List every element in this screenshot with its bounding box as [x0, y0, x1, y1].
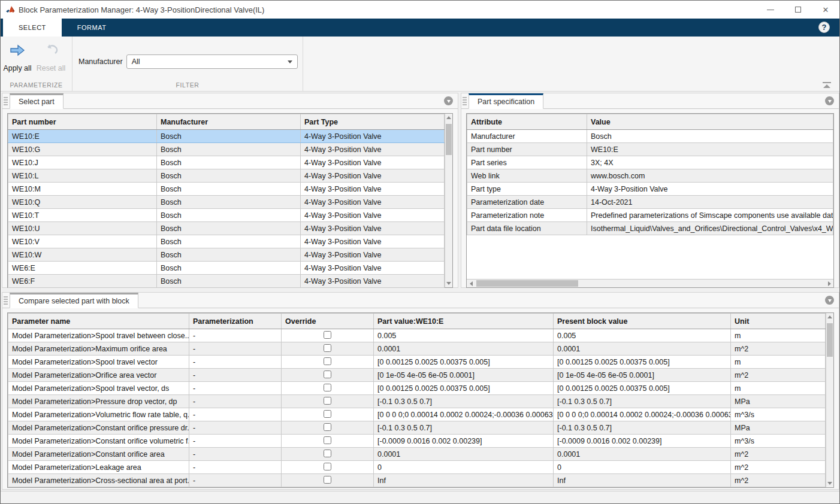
minimize-button[interactable] [757, 1, 784, 19]
parameter-name-cell: Model Parameterization>Spool travel vect… [8, 356, 189, 369]
compare-row[interactable]: Model Parameterization>Spool travel vect… [8, 356, 826, 369]
compare-row[interactable]: Model Parameterization>Leakage area - 0 … [8, 461, 826, 474]
compare-row[interactable]: Model Parameterization>Constant orifice … [8, 448, 826, 461]
spec-row[interactable]: Part series 3X; 4X [467, 156, 833, 169]
part-row[interactable]: WE10:G Bosch 4-Way 3-Position Valve [8, 143, 445, 156]
override-checkbox[interactable] [324, 331, 331, 339]
override-checkbox[interactable] [324, 384, 331, 391]
apply-all-icon [8, 42, 26, 60]
override-checkbox[interactable] [324, 463, 331, 470]
tab-part-specification[interactable]: Part specification [469, 93, 543, 109]
part-number-cell: WE10:Q [8, 196, 157, 209]
column-header[interactable]: Part Type [301, 114, 445, 130]
override-checkbox[interactable] [324, 397, 331, 405]
part-row[interactable]: WE10:M Bosch 4-Way 3-Position Valve [8, 183, 445, 196]
compare-row[interactable]: Model Parameterization>Volumetric flow r… [8, 408, 826, 421]
override-checkbox[interactable] [324, 371, 331, 378]
part-value-cell: [0 0.00125 0.0025 0.00375 0.005] [374, 356, 554, 369]
part-row[interactable]: WE6:F Bosch 4-Way 3-Position Valve [8, 275, 445, 288]
spec-row[interactable]: Part type 4-Way 3-Position Valve [467, 183, 833, 196]
column-header[interactable]: Parameter name [8, 314, 189, 329]
compare-row[interactable]: Model Parameterization>Constant orifice … [8, 421, 826, 435]
part-row[interactable]: WE10:Q Bosch 4-Way 3-Position Valve [8, 196, 445, 209]
compare-row[interactable]: Model Parameterization>Constant orifice … [8, 435, 826, 448]
close-button[interactable]: ✕ [812, 1, 839, 19]
column-header[interactable]: Attribute [467, 114, 587, 130]
scroll-down-icon[interactable] [826, 479, 833, 487]
compare-row[interactable]: Model Parameterization>Orifice area vect… [8, 369, 826, 382]
part-row[interactable]: WE10:E Bosch 4-Way 3-Position Valve [8, 130, 445, 143]
part-row[interactable]: WE10:T Bosch 4-Way 3-Position Valve [8, 209, 445, 222]
scroll-left-icon[interactable] [467, 280, 475, 287]
part-value-cell: [-0.1 0.3 0.5 0.7] [374, 421, 554, 435]
maximize-button[interactable] [784, 1, 812, 19]
override-checkbox[interactable] [324, 476, 331, 484]
override-checkbox[interactable] [324, 410, 331, 418]
column-header[interactable]: Present block value [554, 314, 731, 329]
select-part-collapse-button[interactable] [444, 96, 453, 105]
manufacturer-dropdown[interactable]: All [126, 54, 298, 69]
compare-row[interactable]: Model Parameterization>Spool travel betw… [8, 329, 826, 342]
compare-row[interactable]: Model Parameterization>Cross-sectional a… [8, 474, 826, 487]
override-cell [282, 461, 374, 474]
scrollbar-thumb[interactable] [827, 323, 833, 357]
unit-cell: m^2 [731, 369, 826, 382]
tab-compare[interactable]: Compare selected part with block [10, 293, 138, 308]
collapse-toolstrip-button[interactable] [823, 82, 831, 89]
part-specification-hscrollbar[interactable] [467, 279, 833, 287]
compare-row[interactable]: Model Parameterization>Spool travel vect… [8, 382, 826, 395]
part-number-cell: WE10:W [8, 248, 157, 262]
tab-format[interactable]: FORMAT [62, 19, 122, 37]
override-checkbox[interactable] [324, 423, 331, 431]
part-row[interactable]: WE10:U Bosch 4-Way 3-Position Valve [8, 222, 445, 235]
spec-row[interactable]: Web link www.bosch.com [467, 169, 833, 183]
column-header[interactable]: Override [282, 314, 374, 329]
attribute-cell: Part number [467, 143, 587, 156]
spec-row[interactable]: Parameterization date 14-Oct-2021 [467, 196, 833, 209]
override-checkbox[interactable] [324, 357, 331, 365]
override-checkbox[interactable] [324, 450, 331, 457]
part-row[interactable]: WE10:L Bosch 4-Way 3-Position Valve [8, 169, 445, 183]
scroll-down-icon[interactable] [445, 280, 452, 287]
apply-all-button[interactable]: Apply all [1, 37, 34, 72]
part-row[interactable]: WE10:V Bosch 4-Way 3-Position Valve [8, 235, 445, 248]
scroll-up-icon[interactable] [826, 313, 833, 321]
compare-vscrollbar[interactable] [826, 313, 833, 487]
parameter-name-cell: Model Parameterization>Pressure drop vec… [8, 395, 189, 408]
column-header[interactable]: Value [587, 114, 833, 130]
block-parameterization-manager-window: Block Parameterization Manager: 4-Way 3-… [0, 0, 840, 504]
compare-row[interactable]: Model Parameterization>Pressure drop vec… [8, 395, 826, 408]
part-specification-collapse-button[interactable] [825, 96, 834, 105]
override-checkbox[interactable] [324, 344, 331, 352]
parameterization-cell: - [189, 408, 282, 421]
help-button[interactable]: ? [818, 22, 830, 33]
spec-row[interactable]: Part data file location Isothermal_Liqui… [467, 222, 833, 235]
panel-grip[interactable] [4, 97, 8, 105]
title-bar: Block Parameterization Manager: 4-Way 3-… [1, 1, 839, 19]
column-header[interactable]: Part value:WE10:E [374, 314, 554, 329]
spec-row[interactable]: Manufacturer Bosch [467, 130, 833, 143]
override-checkbox[interactable] [324, 436, 331, 444]
compare-row[interactable]: Model Parameterization>Maximum orifice a… [8, 342, 826, 356]
tab-select[interactable]: SELECT [3, 19, 62, 37]
part-type-cell: 4-Way 3-Position Valve [301, 222, 445, 235]
reset-all-button[interactable]: Reset all [34, 37, 68, 72]
part-row[interactable]: WE10:J Bosch 4-Way 3-Position Valve [8, 156, 445, 169]
panel-grip[interactable] [4, 296, 8, 305]
column-header[interactable]: Unit [731, 314, 826, 329]
select-part-vscrollbar[interactable] [445, 114, 452, 287]
column-header[interactable]: Part number [8, 114, 157, 130]
scroll-up-icon[interactable] [445, 114, 452, 122]
spec-row[interactable]: Parameterization note Predefined paramet… [467, 209, 833, 222]
scrollbar-thumb[interactable] [446, 124, 452, 155]
column-header[interactable]: Manufacturer [157, 114, 301, 130]
scroll-right-icon[interactable] [825, 280, 833, 287]
compare-collapse-button[interactable] [825, 296, 834, 305]
part-row[interactable]: WE10:W Bosch 4-Way 3-Position Valve [8, 248, 445, 262]
part-row[interactable]: WE6:E Bosch 4-Way 3-Position Valve [8, 262, 445, 275]
tab-select-part[interactable]: Select part [10, 93, 64, 109]
panel-grip[interactable] [463, 97, 467, 105]
column-header[interactable]: Parameterization [189, 314, 282, 329]
scrollbar-thumb[interactable] [476, 280, 578, 287]
spec-row[interactable]: Part number WE10:E [467, 143, 833, 156]
